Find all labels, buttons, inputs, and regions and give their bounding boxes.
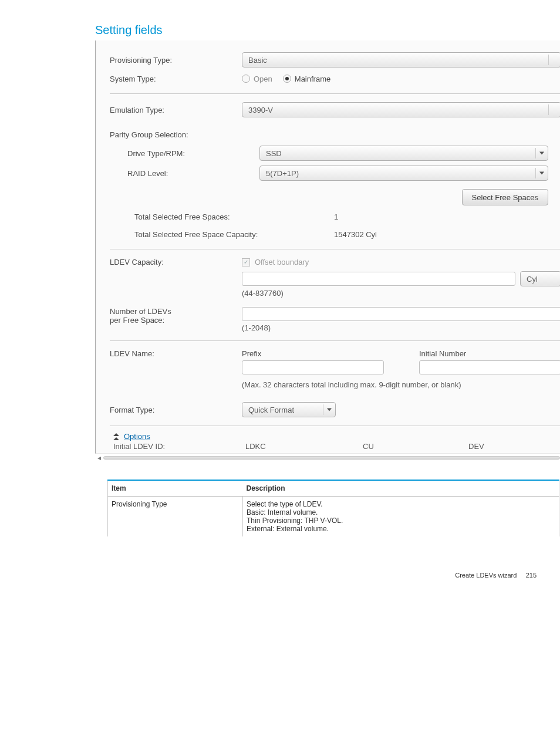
system-type-open[interactable]: Open (242, 75, 272, 83)
divider (110, 249, 560, 249)
total-free-space-capacity-value: 1547302 Cyl (334, 230, 377, 239)
collapse-icon[interactable] (113, 433, 119, 440)
select-separator (535, 168, 536, 178)
options-link[interactable]: Options (124, 432, 150, 441)
offset-boundary-checkbox[interactable]: ✓ (242, 258, 250, 266)
num-ldevs-label: Number of LDEVs per Free Space: (110, 307, 242, 325)
total-free-spaces-label: Total Selected Free Spaces: (134, 212, 334, 221)
ldev-name-initial-number-input[interactable] (419, 360, 560, 374)
description-table: Item Description Provisioning Type Selec… (107, 480, 559, 536)
num-ldevs-label-line2: per Free Space: (110, 316, 242, 325)
format-type-label: Format Type: (110, 406, 242, 414)
footer-page: 215 (526, 572, 537, 579)
drive-type-select[interactable]: SSD (259, 146, 548, 161)
format-type-value: Quick Format (248, 406, 294, 414)
ldev-name-initial-number-label: Initial Number (419, 349, 560, 358)
drive-type-value: SSD (266, 149, 282, 158)
system-type-radio-group: Open Mainframe (242, 75, 330, 83)
divider (110, 93, 560, 94)
radio-icon (242, 75, 250, 83)
footer-text: Create LDEVs wizard (455, 572, 517, 579)
ldev-name-prefix-label: Prefix (242, 349, 384, 358)
desc-line: Basic: Internal volume. (247, 508, 555, 517)
desc-line: Thin Provisioning: THP V-VOL. (247, 517, 555, 525)
horizontal-scrollbar[interactable]: ◂ (95, 454, 560, 462)
total-free-spaces-value: 1 (334, 212, 338, 221)
initial-ldev-id-dev: DEV (468, 442, 484, 451)
num-ldevs-range: (1-2048) (242, 323, 560, 332)
ldev-capacity-label: LDEV Capacity: (110, 258, 242, 266)
scroll-track[interactable] (103, 456, 560, 460)
offset-boundary-label: Offset boundary (255, 258, 309, 266)
select-separator (548, 55, 549, 65)
parity-group-label: Parity Group Selection: (110, 130, 242, 139)
section-heading: Setting fields (95, 23, 560, 37)
system-type-open-label: Open (254, 75, 272, 83)
table-row: Provisioning Type Select the type of LDE… (108, 497, 559, 537)
provisioning-type-label: Provisioning Type: (110, 56, 242, 65)
initial-ldev-id-label: Initial LDEV ID: (113, 442, 245, 451)
drive-type-label: Drive Type/RPM: (110, 149, 259, 158)
total-free-space-capacity-label: Total Selected Free Space Capacity: (134, 230, 334, 239)
desc-line: External: External volume. (247, 525, 555, 533)
chevron-down-icon (327, 409, 332, 411)
num-ldevs-input[interactable] (242, 307, 560, 321)
divider (110, 340, 560, 341)
system-type-label: System Type: (110, 75, 242, 83)
num-ldevs-label-line1: Number of LDEVs (110, 307, 242, 316)
initial-ldev-id-ldkc: LDKC (245, 442, 363, 451)
provisioning-type-value: Basic (248, 56, 267, 65)
system-type-mainframe-label: Mainframe (295, 75, 330, 83)
ldev-name-hint: (Max. 32 characters total including max.… (242, 380, 560, 389)
chevron-down-icon (539, 172, 544, 175)
table-header-item: Item (108, 480, 243, 497)
table-header-description: Description (243, 480, 559, 497)
provisioning-type-select[interactable]: Basic (242, 52, 560, 67)
initial-ldev-id-cu: CU (363, 442, 468, 451)
scroll-left-icon[interactable]: ◂ (95, 454, 103, 462)
radio-icon (283, 75, 291, 83)
raid-level-label: RAID Level: (110, 169, 259, 178)
emulation-type-select[interactable]: 3390-V (242, 102, 560, 117)
raid-level-select[interactable]: 5(7D+1P) (259, 166, 548, 181)
table-cell-description: Select the type of LDEV. Basic: Internal… (243, 497, 559, 537)
select-separator (548, 104, 549, 115)
ldev-capacity-unit: Cyl (527, 275, 538, 283)
ldev-capacity-unit-select[interactable]: Cyl (520, 271, 560, 286)
ldev-name-prefix-input[interactable] (242, 360, 384, 374)
ldev-name-label: LDEV Name: (110, 349, 242, 358)
table-cell-item: Provisioning Type (108, 497, 243, 537)
desc-line: Select the type of LDEV. (247, 500, 555, 508)
emulation-type-label: Emulation Type: (110, 106, 242, 114)
ldev-capacity-input[interactable] (242, 272, 515, 286)
emulation-type-value: 3390-V (248, 106, 273, 114)
format-type-select[interactable]: Quick Format (242, 402, 336, 417)
select-separator (323, 404, 323, 415)
divider (110, 426, 560, 426)
select-separator (535, 148, 536, 158)
system-type-mainframe[interactable]: Mainframe (283, 75, 330, 83)
page-footer: Create LDEVs wizard 215 (0, 536, 560, 590)
chevron-down-icon (539, 152, 544, 155)
select-free-spaces-button[interactable]: Select Free Spaces (462, 189, 548, 205)
settings-form: Provisioning Type: Basic System Type: Op… (95, 40, 560, 454)
ldev-capacity-range: (44-837760) (242, 289, 560, 298)
raid-level-value: 5(7D+1P) (266, 169, 299, 178)
